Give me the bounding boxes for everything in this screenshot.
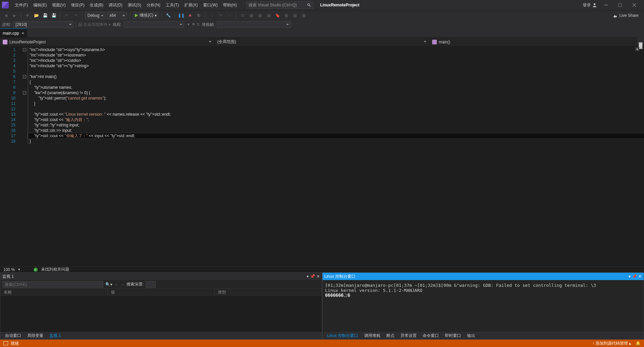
process-dropdown[interactable]: [2910] bbox=[13, 21, 74, 28]
console-body[interactable]: [01;32m[manjaro@manjaro-pc[01;37m ~[01;3… bbox=[323, 280, 644, 332]
search-icon bbox=[307, 3, 311, 7]
depth-input[interactable] bbox=[146, 281, 156, 288]
zoom-level[interactable]: 100 % bbox=[3, 267, 15, 272]
panel-tab[interactable]: 断点 bbox=[384, 332, 397, 339]
nav-function[interactable]: main() bbox=[429, 38, 644, 46]
line-gutter: 123456789101112131415161718 bbox=[0, 46, 22, 266]
close-icon[interactable]: ✕ bbox=[638, 274, 642, 279]
console-panel: Linux 控制台窗口 ▾📌✕ [01;32m[manjaro@manjaro-… bbox=[322, 272, 644, 340]
code-nav: LinuxRemoteProject (全局范围) main() bbox=[0, 38, 644, 46]
search-placeholder: 搜索 Visual Studio (Ctrl+Q) bbox=[249, 2, 297, 8]
menu-item[interactable]: 编辑(E) bbox=[31, 1, 49, 9]
panel-tab[interactable]: 局部变量 bbox=[25, 332, 46, 339]
tool4-icon[interactable]: ▦ bbox=[265, 12, 272, 19]
pause-icon[interactable]: ❚❚ bbox=[178, 12, 185, 19]
editor[interactable]: 123456789101112131415161718 −−− "inc">#i… bbox=[0, 46, 644, 266]
nav-fwd-icon[interactable]: ▶ bbox=[11, 12, 18, 19]
close-icon[interactable]: ✕ bbox=[316, 274, 320, 279]
pin-icon[interactable]: 📌 bbox=[632, 274, 637, 279]
watch-search[interactable] bbox=[2, 281, 103, 288]
panel-tab[interactable]: 即时窗口 bbox=[442, 332, 464, 339]
menu-item[interactable]: 视图(V) bbox=[49, 1, 68, 9]
tool-icon[interactable]: ⚙ bbox=[239, 12, 246, 19]
tool6-icon[interactable]: ▦ bbox=[291, 12, 299, 19]
project-name: LinuxRemoteProject bbox=[320, 3, 359, 7]
menu-item[interactable]: 分析(N) bbox=[144, 1, 163, 9]
stop-icon[interactable]: ■ bbox=[186, 12, 194, 19]
restart-icon[interactable]: ↻ bbox=[195, 12, 202, 19]
close-button[interactable] bbox=[629, 1, 639, 9]
watch-body[interactable] bbox=[0, 296, 322, 332]
fold-gutter[interactable]: −−− bbox=[22, 46, 28, 266]
login-button[interactable]: 登录 bbox=[583, 2, 597, 8]
panel-tab[interactable]: 异常设置 bbox=[398, 332, 419, 339]
config-dropdown[interactable]: Debug bbox=[85, 12, 106, 19]
menu-item[interactable]: 生成(B) bbox=[87, 1, 106, 9]
panel-tab[interactable]: 监视 1 bbox=[47, 332, 64, 339]
step-out-icon[interactable]: ↑ bbox=[226, 12, 233, 19]
menu-item[interactable]: 窗口(W) bbox=[200, 1, 220, 9]
menu-item[interactable]: 扩展(X) bbox=[182, 1, 200, 9]
step-over-icon[interactable]: ↷ bbox=[217, 12, 224, 19]
dropdown-icon[interactable]: ▾ bbox=[307, 274, 309, 279]
panel-tab[interactable]: Linux 控制台窗口 bbox=[325, 332, 361, 339]
scm-button[interactable]: ↑ 添加到源代码管理 ▴ bbox=[592, 341, 631, 346]
step-icon[interactable]: ↓ bbox=[208, 12, 216, 19]
statusbar: 就绪 ↑ 添加到源代码管理 ▴ 🔔 bbox=[0, 340, 644, 347]
col-value[interactable]: 值 bbox=[108, 289, 215, 295]
tool2-icon[interactable]: ▦ bbox=[248, 12, 255, 19]
menu-item[interactable]: 工具(T) bbox=[163, 1, 182, 9]
watch-header[interactable]: 监视 1 ▾📌✕ bbox=[0, 273, 322, 280]
nav-back-icon[interactable]: ◀ bbox=[2, 12, 9, 19]
bookmark-icon[interactable]: 🔖 bbox=[274, 12, 281, 19]
panel-tab[interactable]: 调用堆栈 bbox=[362, 332, 383, 339]
thread-dropdown[interactable] bbox=[124, 21, 184, 28]
tool3-icon[interactable]: ▦ bbox=[256, 12, 264, 19]
new-icon[interactable]: ✚ bbox=[24, 12, 31, 19]
menu-item[interactable]: 项目(P) bbox=[68, 1, 87, 9]
save-icon[interactable]: 💾 bbox=[41, 12, 49, 19]
project-icon bbox=[3, 40, 7, 44]
close-tab-icon[interactable]: ✕ bbox=[21, 31, 25, 36]
saveall-icon[interactable]: 💾 bbox=[50, 12, 58, 19]
tool7-icon[interactable]: ▦ bbox=[300, 12, 307, 19]
dropdown-icon[interactable]: ▾ bbox=[629, 274, 631, 279]
redo-icon[interactable]: ↷ bbox=[72, 12, 79, 19]
liveshare-button[interactable]: Live Share bbox=[613, 13, 639, 18]
menu-item[interactable]: 调试(D) bbox=[106, 1, 125, 9]
search-icon[interactable]: 🔍▾ bbox=[105, 282, 112, 287]
menu-item[interactable]: 帮助(H) bbox=[220, 1, 239, 9]
document-tabs: main.cpp ✕ bbox=[0, 29, 644, 38]
tab-main-cpp[interactable]: main.cpp ✕ bbox=[0, 29, 27, 37]
continue-button[interactable]: 继续(C) ▾ bbox=[133, 12, 159, 19]
notify-icon[interactable]: 🔔 bbox=[636, 341, 641, 346]
mini-scroll-icon[interactable]: ✥ bbox=[635, 47, 639, 51]
svg-line-5 bbox=[633, 3, 636, 7]
back-icon[interactable]: ← bbox=[114, 282, 118, 287]
maximize-button[interactable] bbox=[615, 1, 625, 9]
minimize-button[interactable] bbox=[601, 1, 611, 9]
col-name[interactable]: 名称 bbox=[0, 289, 108, 295]
issues-status[interactable]: 未找到相关问题 bbox=[41, 267, 69, 272]
menu-item[interactable]: 测试(S) bbox=[125, 1, 144, 9]
platform-dropdown[interactable]: x64 bbox=[107, 12, 127, 19]
quick-search[interactable]: 搜索 Visual Studio (Ctrl+Q) bbox=[246, 1, 313, 9]
code-area[interactable]: "inc">#include "str"><sys/"ty">utsname.h… bbox=[28, 46, 644, 266]
stack-label: 堆栈帧: bbox=[202, 22, 215, 28]
open-icon[interactable]: 📂 bbox=[33, 12, 40, 19]
undo-icon[interactable]: ↶ bbox=[63, 12, 71, 19]
panel-tab[interactable]: 输出 bbox=[464, 332, 478, 339]
fwd-icon[interactable]: → bbox=[120, 282, 124, 287]
nav-scope[interactable]: (全局范围) bbox=[215, 38, 429, 46]
panel-tab[interactable]: 命令窗口 bbox=[420, 332, 442, 339]
menu-item[interactable]: 文件(F) bbox=[12, 1, 31, 9]
panel-tab[interactable]: 自动窗口 bbox=[2, 332, 24, 339]
stack-dropdown[interactable] bbox=[217, 21, 291, 28]
nav-project[interactable]: LinuxRemoteProject bbox=[0, 38, 215, 46]
console-header[interactable]: Linux 控制台窗口 ▾📌✕ bbox=[323, 273, 644, 280]
misc-icon[interactable]: 🔧 bbox=[164, 12, 172, 19]
svg-marker-7 bbox=[135, 14, 138, 17]
tool5-icon[interactable]: ▦ bbox=[282, 12, 290, 19]
pin-icon[interactable]: 📌 bbox=[310, 274, 315, 279]
col-type[interactable]: 类型 bbox=[215, 289, 322, 295]
